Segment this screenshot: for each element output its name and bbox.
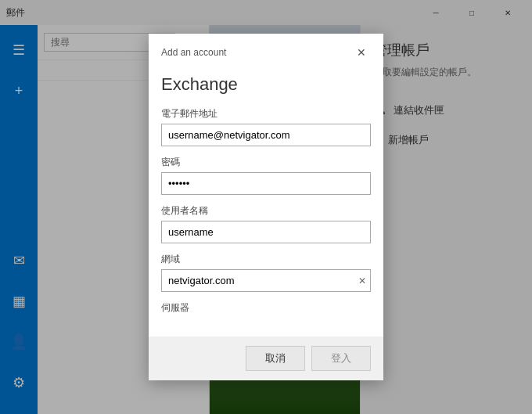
username-field[interactable] [161, 221, 371, 243]
username-form-group: 使用者名稱 [161, 204, 371, 243]
dialog-body: Exchange 電子郵件地址 密碼 使用者名稱 網域 ✕ [149, 68, 383, 330]
dialog-account-type: Exchange [161, 74, 371, 95]
dialog-footer: 取消 登入 [149, 337, 383, 380]
email-label: 電子郵件地址 [161, 107, 371, 121]
login-button[interactable]: 登入 [311, 346, 371, 371]
cancel-button[interactable]: 取消 [246, 346, 305, 371]
dialog-overlay: Add an account ✕ Exchange 電子郵件地址 密碼 使用者名… [0, 0, 532, 414]
dialog-header: Add an account ✕ [149, 34, 383, 68]
password-label: 密碼 [161, 156, 371, 169]
email-field[interactable] [161, 124, 371, 146]
dialog-header-title: Add an account [161, 47, 226, 58]
server-form-group: 伺服器 [161, 301, 371, 315]
add-account-dialog: Add an account ✕ Exchange 電子郵件地址 密碼 使用者名… [149, 34, 383, 380]
domain-clear-button[interactable]: ✕ [358, 275, 366, 286]
domain-input-wrapper: ✕ [161, 269, 371, 292]
domain-label: 網域 [161, 253, 371, 266]
email-form-group: 電子郵件地址 [161, 107, 371, 146]
domain-field[interactable] [161, 269, 371, 292]
username-label: 使用者名稱 [161, 204, 371, 218]
dialog-close-button[interactable]: ✕ [352, 43, 371, 62]
server-label: 伺服器 [161, 301, 371, 315]
password-form-group: 密碼 [161, 156, 371, 195]
password-field[interactable] [161, 172, 371, 195]
domain-form-group: 網域 ✕ [161, 253, 371, 292]
